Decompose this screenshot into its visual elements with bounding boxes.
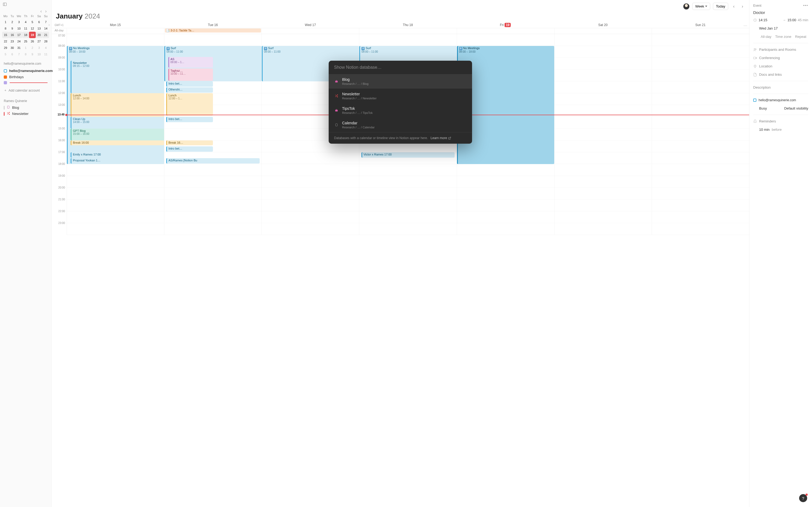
mini-day[interactable]: 7	[15, 51, 22, 57]
participants-field[interactable]: Participants and Rooms	[759, 48, 796, 52]
mini-day[interactable]: 21	[43, 32, 49, 38]
calendar-item[interactable]: Birthdays	[0, 74, 51, 80]
mini-prev-button[interactable]: ‹	[39, 9, 43, 13]
avatar[interactable]	[683, 3, 690, 10]
calendar-event[interactable]: Newsletter09:15 – 12:00	[71, 61, 164, 93]
allday-cell[interactable]	[554, 28, 652, 34]
timezone-button[interactable]: Time zone	[775, 35, 791, 39]
week-options-button[interactable]: ⋯	[744, 23, 748, 28]
mini-day[interactable]: 11	[43, 51, 49, 57]
database-item[interactable]: Newsletter	[0, 111, 51, 117]
mini-day[interactable]: 6	[9, 51, 15, 57]
docs-field[interactable]: Docs and links	[759, 72, 782, 76]
calendar-event[interactable]: Intro bet…	[166, 146, 213, 152]
mini-day[interactable]: 8	[2, 25, 9, 32]
next-week-button[interactable]: ›	[740, 3, 745, 9]
panel-menu-button[interactable]: •••	[803, 4, 808, 7]
allday-event[interactable]: 📑 3-2-1: Tackle Ta…	[165, 29, 261, 33]
mini-day[interactable]: 24	[15, 38, 22, 45]
modal-search-input[interactable]: Show Notion database…	[329, 61, 472, 74]
day-header[interactable]: Thu 18	[359, 22, 457, 28]
reminders-field[interactable]: Reminders	[759, 119, 776, 123]
prev-week-button[interactable]: ‹	[731, 3, 737, 9]
calendar-event[interactable]: Break 16:00	[71, 140, 164, 145]
mini-day[interactable]: 17	[15, 32, 22, 38]
mini-day[interactable]: 25	[22, 38, 29, 45]
allday-cell[interactable]	[262, 28, 359, 34]
allday-cell[interactable]	[457, 28, 554, 34]
today-button[interactable]: Today	[713, 3, 728, 10]
conferencing-field[interactable]: Conferencing	[759, 56, 780, 60]
calendar-event[interactable]: Lunch12:00 – 1…	[166, 93, 213, 116]
location-field[interactable]: Location	[759, 64, 772, 68]
mini-day[interactable]: 30	[9, 45, 15, 51]
calendar-event[interactable]: Taghaz…10:00 – 11…	[168, 68, 213, 81]
event-calendar[interactable]: hello@ramesquinerie.com	[759, 98, 796, 102]
calendar-item[interactable]	[0, 80, 51, 86]
day-column[interactable]	[652, 34, 749, 235]
day-header[interactable]: Tue 16	[164, 22, 262, 28]
mini-day[interactable]: 12	[29, 25, 36, 32]
sidebar-toggle-button[interactable]	[0, 2, 51, 9]
allday-cell[interactable]	[67, 28, 164, 34]
calendar-event[interactable]: Victor x Rames 17:00	[361, 152, 455, 158]
busy-select[interactable]: Busy	[759, 106, 767, 110]
mini-day[interactable]: 16	[9, 32, 15, 38]
mini-day[interactable]: 9	[9, 25, 15, 32]
day-column[interactable]: ⊘Surf08:00 – 11:00AS09:00 – 1…Taghaz…10:…	[164, 34, 262, 235]
mini-day[interactable]: 4	[43, 45, 49, 51]
day-column[interactable]	[554, 34, 652, 235]
day-header[interactable]: Sun 21	[652, 22, 749, 28]
calendar-event[interactable]: Lunch12:00 – 14:00	[71, 93, 164, 117]
mini-day[interactable]: 11	[22, 25, 29, 32]
view-switcher[interactable]: Week	[692, 3, 710, 10]
event-start-time[interactable]: 14:15	[759, 18, 767, 22]
day-header[interactable]: Sat 20	[554, 22, 652, 28]
day-column[interactable]: ⊘No Meetings08:00 – 18:00Newsletter09:15…	[67, 34, 164, 235]
mini-day[interactable]: 5	[29, 19, 36, 25]
mini-day[interactable]: 5	[2, 51, 9, 57]
mini-day[interactable]: 15	[2, 32, 9, 38]
calendar-event[interactable]: Clean Up14:00 – 15:00	[71, 117, 164, 129]
calendar-event[interactable]: Othershi…	[166, 87, 213, 93]
event-date[interactable]: Wed Jan 17	[759, 26, 777, 30]
learn-more-link[interactable]: Learn more	[431, 136, 451, 140]
mini-day[interactable]: 29	[2, 45, 9, 51]
description-field[interactable]: Description	[753, 86, 771, 90]
mini-day[interactable]: 1	[22, 45, 29, 51]
mini-day[interactable]: 3	[36, 45, 43, 51]
mini-day[interactable]: 20	[36, 32, 43, 38]
day-header[interactable]: Fri 19	[457, 22, 554, 28]
modal-database-item[interactable]: TipsTokResearch / … / TipsTok	[329, 103, 472, 118]
calendar-event[interactable]: AS09:00 – 1…	[168, 57, 213, 68]
calendar-event[interactable]: Break 16…	[166, 140, 213, 145]
mini-day[interactable]: 27	[36, 38, 43, 45]
mini-day[interactable]: 8	[22, 51, 29, 57]
add-calendar-account-button[interactable]: ＋ Add calendar account	[0, 86, 51, 95]
calendar-event[interactable]: Intro bet…	[166, 117, 213, 122]
mini-day[interactable]: 31	[15, 45, 22, 51]
mini-day[interactable]: 10	[15, 25, 22, 32]
mini-day[interactable]: 13	[36, 25, 43, 32]
allday-cell[interactable]	[359, 28, 457, 34]
day-header[interactable]: Wed 17	[262, 22, 359, 28]
mini-day[interactable]: 3	[15, 19, 22, 25]
mini-day[interactable]: 22	[2, 38, 9, 45]
help-button[interactable]: ?	[799, 494, 807, 502]
modal-database-item[interactable]: CalendarResearch / … / Calendar	[329, 118, 472, 132]
mini-day[interactable]: 4	[22, 19, 29, 25]
calendar-event[interactable]: Proposal Yookan 1…	[71, 158, 164, 164]
mini-day[interactable]: 1	[2, 19, 9, 25]
mini-day[interactable]: 18	[22, 32, 29, 38]
add-timezone-button[interactable]: ＋	[47, 23, 51, 27]
database-item[interactable]: Blog	[0, 105, 51, 111]
allday-toggle[interactable]: All-day	[761, 35, 771, 39]
day-header[interactable]: Mon 15	[67, 22, 164, 28]
calendar-event[interactable]: Emily x Rames 17:00	[71, 152, 164, 158]
modal-database-item[interactable]: BlogResearch / … / Blog	[329, 74, 472, 89]
event-title[interactable]: Doctor	[753, 10, 808, 15]
mini-day[interactable]: 9	[29, 51, 36, 57]
mini-day[interactable]: 10	[36, 51, 43, 57]
notion-database-modal[interactable]: Show Notion database… BlogResearch / … /…	[329, 61, 472, 144]
mini-day[interactable]: 2	[29, 45, 36, 51]
